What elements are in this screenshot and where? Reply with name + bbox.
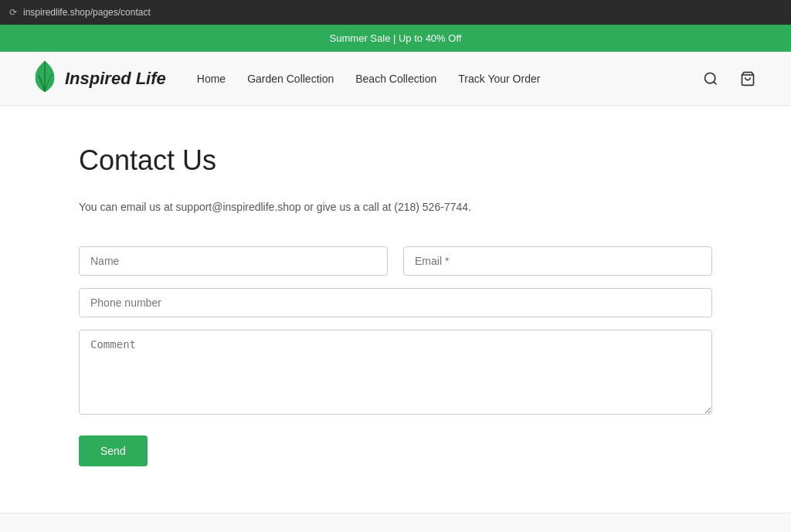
header-icons <box>698 66 760 91</box>
contact-form: Send <box>79 246 712 466</box>
name-field-wrapper <box>79 246 388 276</box>
comment-field-wrapper <box>79 330 712 417</box>
svg-point-0 <box>705 73 715 83</box>
name-input[interactable] <box>79 246 388 276</box>
browser-icon: ⟳ <box>9 7 17 18</box>
comment-input[interactable] <box>79 330 712 415</box>
email-field-wrapper <box>403 246 712 276</box>
cart-icon <box>740 71 755 86</box>
nav-beach-collection[interactable]: Beach Collection <box>355 73 436 85</box>
site-header: Inspired Life Home Garden Collection Bea… <box>0 52 791 106</box>
name-email-row <box>79 246 712 276</box>
email-input[interactable] <box>403 246 712 276</box>
nav-track-order[interactable]: Track Your Order <box>458 73 540 85</box>
main-content: Contact Us You can email us at support@i… <box>48 106 743 513</box>
nav-home[interactable]: Home <box>197 73 226 85</box>
logo-text: Inspired Life <box>65 69 166 89</box>
phone-field-wrapper <box>79 288 712 317</box>
main-nav: Home Garden Collection Beach Collection … <box>197 73 698 85</box>
browser-url: inspiredlife.shop/pages/contact <box>23 7 151 18</box>
cart-button[interactable] <box>735 66 760 91</box>
page-title: Contact Us <box>79 144 712 177</box>
logo-link[interactable]: Inspired Life <box>31 59 166 97</box>
phone-input[interactable] <box>79 288 712 317</box>
search-button[interactable] <box>698 66 723 91</box>
send-button[interactable]: Send <box>79 435 148 466</box>
promo-banner: Summer Sale | Up to 40% Off <box>0 25 791 52</box>
nav-garden-collection[interactable]: Garden Collection <box>247 73 334 85</box>
promo-text: Summer Sale | Up to 40% Off <box>330 32 462 44</box>
browser-bar: ⟳ inspiredlife.shop/pages/contact <box>0 0 791 25</box>
search-icon <box>703 71 718 86</box>
logo-icon <box>31 59 59 97</box>
site-footer: Quick links Home Page Shop Now Contact U… <box>0 513 791 532</box>
contact-description: You can email us at support@inspiredlife… <box>79 198 712 215</box>
